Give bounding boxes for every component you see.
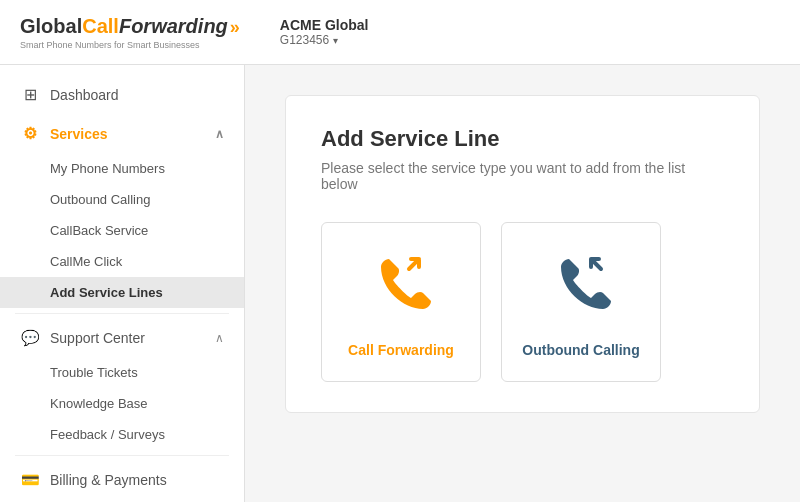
sidebar-item-callme-click[interactable]: CallMe Click (0, 246, 244, 277)
sidebar-divider (15, 313, 229, 314)
call-forwarding-label: Call Forwarding (348, 342, 454, 358)
support-chevron-icon: ∧ (215, 331, 224, 345)
sidebar-item-feedback-surveys[interactable]: Feedback / Surveys (0, 419, 244, 450)
account-id-text: G123456 (280, 33, 329, 47)
sidebar-item-billing-payments[interactable]: 💳 Billing & Payments (0, 461, 244, 499)
logo-forwarding: Forwarding (119, 15, 228, 37)
sidebar-item-my-phone-numbers[interactable]: My Phone Numbers (0, 153, 244, 184)
sidebar-item-dashboard[interactable]: ⊞ Dashboard (0, 75, 244, 114)
page-card: Add Service Line Please select the servi… (285, 95, 760, 413)
services-chevron-icon: ∧ (215, 127, 224, 141)
service-card-outbound-calling[interactable]: Outbound Calling (501, 222, 661, 382)
header: GlobalCallForwarding» Smart Phone Number… (0, 0, 800, 65)
callme-click-label: CallMe Click (50, 254, 122, 269)
body-layout: ⊞ Dashboard ⚙ Services ∧ My Phone Number… (0, 65, 800, 502)
knowledge-base-label: Knowledge Base (50, 396, 148, 411)
page-subtitle: Please select the service type you want … (321, 160, 724, 192)
add-service-lines-label: Add Service Lines (50, 285, 163, 300)
call-forwarding-icon (366, 246, 436, 330)
outbound-calling-label: Outbound Calling (50, 192, 150, 207)
logo-global: Global (20, 15, 82, 37)
service-cards: Call Forwarding (321, 222, 724, 382)
logo-tagline: Smart Phone Numbers for Smart Businesses (20, 40, 240, 50)
logo-call: Call (82, 15, 119, 37)
main-content: Add Service Line Please select the servi… (245, 65, 800, 502)
sidebar-divider-2 (15, 455, 229, 456)
trouble-tickets-label: Trouble Tickets (50, 365, 138, 380)
feedback-surveys-label: Feedback / Surveys (50, 427, 165, 442)
sidebar-label-services: Services (50, 126, 205, 142)
logo-arrows-icon: » (230, 17, 240, 37)
support-center-icon: 💬 (20, 329, 40, 347)
dashboard-icon: ⊞ (20, 85, 40, 104)
logo: GlobalCallForwarding» Smart Phone Number… (20, 14, 240, 51)
sidebar-item-trouble-tickets[interactable]: Trouble Tickets (0, 357, 244, 388)
account-info: ACME Global G123456 ▾ (280, 17, 369, 47)
callback-service-label: CallBack Service (50, 223, 148, 238)
sidebar-label-support-center: Support Center (50, 330, 205, 346)
service-card-call-forwarding[interactable]: Call Forwarding (321, 222, 481, 382)
account-name: ACME Global (280, 17, 369, 33)
sidebar-label-dashboard: Dashboard (50, 87, 224, 103)
services-icon: ⚙ (20, 124, 40, 143)
sidebar: ⊞ Dashboard ⚙ Services ∧ My Phone Number… (0, 65, 245, 502)
my-phone-numbers-label: My Phone Numbers (50, 161, 165, 176)
sidebar-label-billing: Billing & Payments (50, 472, 224, 488)
sidebar-item-add-service-lines[interactable]: Add Service Lines (0, 277, 244, 308)
outbound-calling-label: Outbound Calling (522, 342, 639, 358)
sidebar-item-outbound-calling[interactable]: Outbound Calling (0, 184, 244, 215)
sidebar-item-services[interactable]: ⚙ Services ∧ (0, 114, 244, 153)
account-id-dropdown[interactable]: G123456 ▾ (280, 33, 369, 47)
page-title: Add Service Line (321, 126, 724, 152)
account-chevron-icon: ▾ (333, 35, 338, 46)
sidebar-item-knowledge-base[interactable]: Knowledge Base (0, 388, 244, 419)
outbound-calling-icon (546, 246, 616, 330)
sidebar-item-support-center[interactable]: 💬 Support Center ∧ (0, 319, 244, 357)
billing-icon: 💳 (20, 471, 40, 489)
sidebar-item-callback-service[interactable]: CallBack Service (0, 215, 244, 246)
